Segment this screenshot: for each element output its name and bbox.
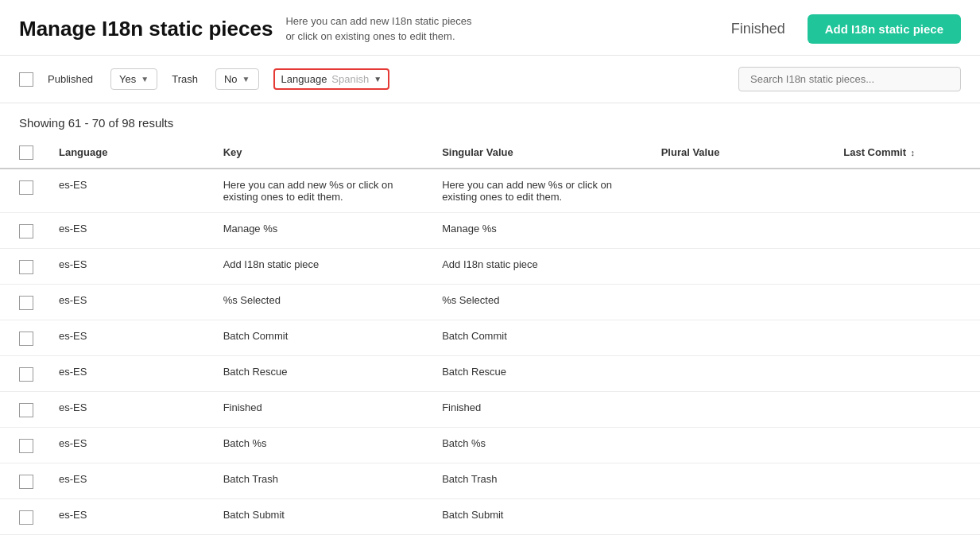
row-cell-singular: Batch Trash (432, 463, 652, 499)
row-cell-commit (834, 463, 980, 499)
row-cell-commit (834, 249, 980, 285)
row-cell-language: es-ES (49, 499, 214, 535)
th-last-commit[interactable]: Last Commit ↕ (834, 136, 980, 169)
row-cell-checkbox (0, 392, 49, 428)
published-label: Published (48, 73, 93, 85)
header-description: Here you can add new I18n static pieces … (285, 14, 476, 43)
row-checkbox-1[interactable] (19, 224, 33, 238)
published-select[interactable]: Yes ▼ (110, 68, 157, 90)
row-cell-commit (834, 169, 980, 213)
row-cell-singular: Batch %s (432, 428, 652, 463)
add-i18n-button[interactable]: Add I18n static piece (808, 14, 961, 44)
row-cell-language: es-ES (49, 392, 214, 428)
row-cell-plural (652, 169, 835, 213)
row-cell-plural (652, 285, 835, 320)
select-all-checkbox[interactable] (19, 72, 33, 87)
row-cell-singular: %s Selected (432, 285, 652, 320)
row-checkbox-0[interactable] (19, 180, 33, 195)
row-cell-commit (834, 356, 980, 392)
table-row: es-ES Batch Rescue Batch Rescue (0, 356, 980, 392)
row-cell-singular: Here you can add new %s or click on exis… (432, 169, 652, 213)
row-cell-key: Batch Commit (214, 320, 433, 356)
table-row: es-ES Batch %s Batch %s (0, 428, 980, 463)
row-checkbox-8[interactable] (19, 475, 33, 489)
row-cell-language: es-ES (49, 169, 214, 213)
row-cell-language: es-ES (49, 320, 214, 356)
published-chevron-icon: ▼ (141, 75, 149, 83)
header-checkbox[interactable] (19, 145, 33, 160)
row-cell-key: Finished (214, 392, 433, 428)
language-value: Spanish (331, 73, 369, 85)
sort-icon: ↕ (911, 148, 916, 157)
row-cell-language: es-ES (49, 285, 214, 320)
row-cell-singular: Add I18n static piece (432, 249, 652, 285)
row-cell-language: es-ES (49, 249, 214, 285)
row-cell-checkbox (0, 320, 49, 356)
table-row: es-ES Here you can add new %s or click o… (0, 169, 980, 213)
table-row: es-ES Batch Commit Batch Commit (0, 320, 980, 356)
row-cell-key: Batch Trash (214, 463, 433, 499)
th-plural: Plural Value (652, 136, 835, 169)
row-cell-language: es-ES (49, 428, 214, 463)
row-cell-singular: Batch Submit (432, 499, 652, 535)
row-checkbox-2[interactable] (19, 260, 33, 274)
row-cell-checkbox (0, 499, 49, 535)
table-row: es-ES Batch Trash Batch Trash (0, 463, 980, 499)
row-checkbox-9[interactable] (19, 510, 33, 525)
row-cell-plural (652, 499, 835, 535)
row-cell-singular: Finished (432, 392, 652, 428)
row-cell-singular: Batch Rescue (432, 356, 652, 392)
row-cell-commit (834, 285, 980, 320)
row-cell-commit (834, 320, 980, 356)
row-cell-key: Add I18n static piece (214, 249, 433, 285)
page-header: Manage I18n static pieces Here you can a… (0, 0, 980, 56)
row-cell-checkbox (0, 356, 49, 392)
row-cell-key: %s Selected (214, 285, 433, 320)
row-cell-plural (652, 356, 835, 392)
row-cell-language: es-ES (49, 463, 214, 499)
table-body: es-ES Here you can add new %s or click o… (0, 169, 980, 535)
i18n-table: Language Key Singular Value Plural Value… (0, 136, 980, 535)
row-cell-plural (652, 428, 835, 463)
row-cell-plural (652, 213, 835, 249)
row-checkbox-4[interactable] (19, 332, 33, 346)
language-chevron-icon: ▼ (374, 75, 382, 83)
trash-label: Trash (172, 73, 198, 85)
search-input[interactable] (738, 67, 961, 91)
row-cell-checkbox (0, 463, 49, 499)
row-cell-key: Batch Rescue (214, 356, 433, 392)
row-cell-commit (834, 499, 980, 535)
row-checkbox-5[interactable] (19, 367, 33, 382)
row-cell-plural (652, 463, 835, 499)
language-label: Language (281, 73, 327, 85)
row-cell-key: Manage %s (214, 213, 433, 249)
row-cell-singular: Manage %s (432, 213, 652, 249)
table-row: es-ES Finished Finished (0, 392, 980, 428)
row-cell-commit (834, 392, 980, 428)
row-cell-singular: Batch Commit (432, 320, 652, 356)
results-info: Showing 61 - 70 of 98 results (0, 103, 980, 136)
page-title: Manage I18n static pieces (19, 17, 273, 41)
row-cell-checkbox (0, 285, 49, 320)
status-label: Finished (731, 21, 785, 37)
th-key: Key (214, 136, 433, 169)
th-checkbox (0, 136, 49, 169)
language-filter-wrapper: Language Spanish ▼ (273, 68, 390, 90)
row-cell-checkbox (0, 428, 49, 463)
th-language: Language (49, 136, 214, 169)
row-cell-key: Batch Submit (214, 499, 433, 535)
row-cell-commit (834, 428, 980, 463)
published-value: Yes (119, 73, 136, 85)
table-row: es-ES %s Selected %s Selected (0, 285, 980, 320)
trash-select[interactable]: No ▼ (215, 68, 259, 90)
row-cell-plural (652, 249, 835, 285)
table-row: es-ES Add I18n static piece Add I18n sta… (0, 249, 980, 285)
row-cell-plural (652, 320, 835, 356)
trash-value: No (224, 73, 238, 85)
th-singular: Singular Value (432, 136, 652, 169)
language-select[interactable]: Spanish ▼ (331, 73, 382, 85)
row-checkbox-7[interactable] (19, 439, 33, 453)
row-cell-checkbox (0, 213, 49, 249)
row-checkbox-6[interactable] (19, 403, 33, 417)
row-checkbox-3[interactable] (19, 296, 33, 310)
